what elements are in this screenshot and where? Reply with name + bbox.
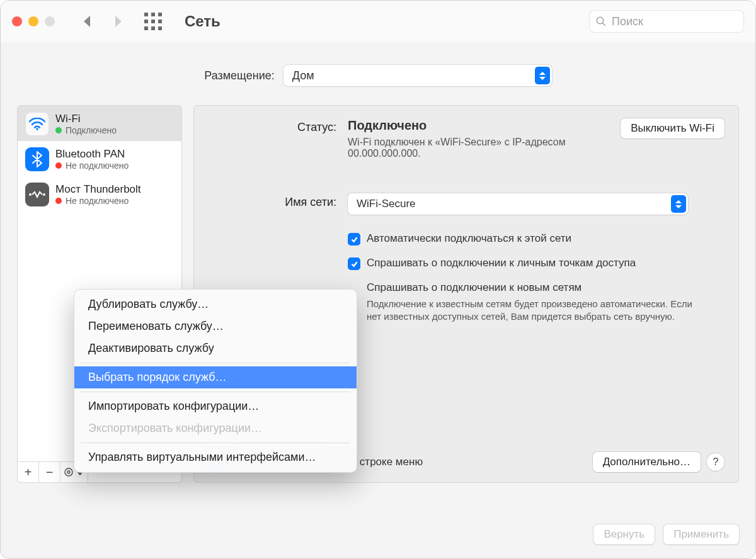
checkbox-ask-new-networks-label: Спрашивать о подключении к новым сетям — [367, 281, 581, 293]
menu-rename-service[interactable]: Переименовать службу… — [74, 315, 357, 337]
bluetooth-icon — [25, 147, 49, 171]
service-name: Wi-Fi — [55, 113, 117, 125]
ask-new-networks-help: Подключение к известным сетям будет прои… — [367, 298, 694, 324]
chevron-updown-icon — [535, 67, 550, 84]
help-button[interactable]: ? — [707, 453, 724, 471]
checkbox-ask-personal-hotspot[interactable] — [348, 257, 360, 270]
svg-line-1 — [602, 23, 605, 26]
menu-manage-virtual-interfaces[interactable]: Управлять виртуальными интерфейсами… — [74, 446, 357, 468]
advanced-button[interactable]: Дополнительно… — [593, 452, 701, 472]
search-icon — [595, 16, 607, 27]
network-preferences-window: Сеть Поиск Размещение: Дом — [0, 0, 756, 559]
service-name: Bluetooth PAN — [55, 148, 129, 161]
checkbox-auto-connect-label: Автоматически подключаться к этой сети — [367, 232, 571, 245]
menu-separator — [81, 443, 350, 443]
menu-export-configurations: Экспортировать конфигурации… — [74, 417, 357, 439]
svg-point-4 — [43, 193, 45, 196]
svg-point-2 — [36, 128, 38, 130]
service-name: Мост Thunderbolt — [55, 183, 141, 196]
menu-set-service-order[interactable]: Выбрать порядок служб… — [74, 366, 357, 388]
location-select[interactable]: Дом — [284, 65, 552, 86]
revert-button[interactable]: Вернуть — [593, 524, 655, 545]
back-icon[interactable] — [81, 14, 94, 28]
svg-point-3 — [29, 193, 32, 196]
minimize-window-button[interactable] — [28, 16, 38, 26]
svg-point-5 — [65, 468, 72, 476]
location-row: Размещение: Дом — [17, 42, 739, 105]
thunderbolt-bridge-icon — [25, 183, 49, 206]
network-name-select[interactable]: WiFi-Secure — [348, 193, 688, 215]
svg-point-0 — [597, 17, 604, 24]
search-field[interactable]: Поиск — [589, 10, 744, 33]
apply-button[interactable]: Применить — [663, 524, 739, 545]
menu-separator — [81, 392, 350, 392]
service-status: Не подключено — [66, 196, 129, 206]
footer-buttons: Вернуть Применить — [593, 524, 739, 545]
remove-service-button[interactable]: − — [39, 462, 60, 482]
gear-icon — [64, 467, 74, 477]
window-title: Сеть — [185, 13, 220, 30]
svg-point-6 — [67, 471, 70, 473]
network-name-label: Имя сети: — [208, 193, 336, 209]
chevron-updown-icon — [671, 195, 686, 213]
nav-arrows — [81, 14, 124, 28]
menu-deactivate-service[interactable]: Деактивировать службу — [74, 337, 357, 359]
network-name-value: WiFi-Secure — [357, 198, 416, 210]
service-bluetooth-pan[interactable]: Bluetooth PAN Не подключено — [18, 141, 181, 176]
forward-icon — [112, 14, 124, 28]
show-all-prefs-icon[interactable] — [144, 13, 162, 30]
service-status: Не подключено — [66, 161, 129, 171]
location-value: Дом — [292, 69, 314, 82]
checkbox-ask-personal-hotspot-label: Спрашивать о подключении к личным точкам… — [367, 257, 636, 269]
status-dot-icon — [55, 127, 62, 133]
service-wifi[interactable]: Wi-Fi Подключено — [18, 106, 181, 141]
service-thunderbolt-bridge[interactable]: Мост Thunderbolt Не подключено — [18, 176, 181, 212]
status-label: Статус: — [208, 118, 336, 134]
menu-import-configurations[interactable]: Импортировать конфигурации… — [74, 395, 357, 417]
service-actions-menu: Дублировать службу… Переименовать службу… — [74, 289, 357, 473]
location-label: Размещение: — [204, 69, 274, 82]
menu-duplicate-service[interactable]: Дублировать службу… — [74, 293, 357, 315]
close-window-button[interactable] — [12, 16, 22, 26]
service-status: Подключено — [66, 125, 117, 135]
window-controls — [12, 16, 55, 26]
status-info: Wi-Fi подключен к «WiFi-Secure» с IP-адр… — [348, 137, 608, 159]
menu-separator — [81, 363, 350, 363]
status-dot-icon — [55, 198, 62, 204]
checkbox-auto-connect[interactable] — [348, 233, 360, 246]
add-service-button[interactable]: + — [18, 462, 39, 482]
turn-off-wifi-button[interactable]: Выключить Wi-Fi — [621, 118, 724, 138]
status-value: Подключено — [348, 118, 608, 133]
zoom-window-button — [45, 16, 55, 26]
status-dot-icon — [55, 162, 62, 169]
wifi-icon — [25, 112, 49, 136]
toolbar: Сеть Поиск — [1, 1, 755, 42]
search-placeholder: Поиск — [612, 15, 643, 28]
